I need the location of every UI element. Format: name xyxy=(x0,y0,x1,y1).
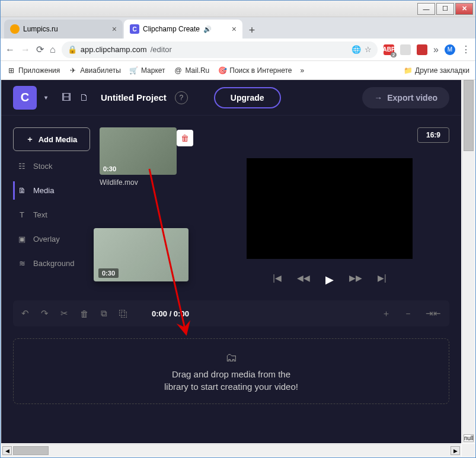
dropzone-text-2: library to start creating your video! xyxy=(25,382,437,392)
arrow-right-icon: → xyxy=(374,93,382,103)
file-icon[interactable]: 🗋 xyxy=(79,92,89,103)
timeline-time: 0:00 / 0:00 xyxy=(152,309,189,318)
tab-title: Clipchamp Create xyxy=(143,25,200,33)
bookmark-mailru[interactable]: @Mail.Ru xyxy=(174,66,210,75)
new-tab-button[interactable]: + xyxy=(244,22,260,39)
translate-icon[interactable]: 🌐 xyxy=(352,45,361,54)
video-icon[interactable]: 🎞 xyxy=(62,92,71,103)
home-icon[interactable]: ⌂ xyxy=(50,44,56,55)
trash-icon: 🗑 xyxy=(181,133,189,143)
at-icon: @ xyxy=(174,66,183,75)
sidebar: ＋Add Media ☷Stock 🗎Media TText ▣Overlay … xyxy=(13,127,90,286)
cut-icon[interactable]: ✂ xyxy=(60,308,68,319)
bookmark-aviasales[interactable]: ✈Авиабилеты xyxy=(68,66,121,75)
duplicate-icon[interactable]: ⧉ xyxy=(101,308,107,319)
extension-icon[interactable] xyxy=(400,44,411,55)
bookmark-apps[interactable]: ⊞Приложения xyxy=(7,66,60,75)
tab-title: Lumpics.ru xyxy=(23,25,58,33)
sidebar-item-text[interactable]: TText xyxy=(13,206,90,224)
window-maximize-button[interactable] xyxy=(436,3,454,15)
bookmarks-bar: ⊞Приложения ✈Авиабилеты 🛒Маркет @Mail.Ru… xyxy=(1,61,475,80)
vertical-scrollbar[interactable]: null xyxy=(462,80,475,443)
url-input[interactable]: 🔒 app.clipchamp.com/editor 🌐 ☆ xyxy=(62,41,378,58)
media-thumbnail[interactable]: 🗑 0:30 xyxy=(100,127,177,175)
app-topbar: C▾ 🎞 🗋 Untitled Project ? Upgrade →Expor… xyxy=(1,80,461,116)
media-filename: Wildlife.mov xyxy=(100,178,200,187)
app-logo[interactable]: C▾ xyxy=(13,86,37,110)
null-label: null xyxy=(464,434,474,442)
copy-icon[interactable]: ⿻ xyxy=(119,309,128,319)
lock-icon: 🔒 xyxy=(68,45,77,54)
sidebar-item-stock[interactable]: ☷Stock xyxy=(13,157,90,175)
box-icon: ☷ xyxy=(17,162,27,171)
reload-icon[interactable]: ⟳ xyxy=(36,44,44,55)
plus-icon: ＋ xyxy=(26,134,34,145)
tab-close-icon[interactable]: × xyxy=(112,24,117,34)
tab-audio-icon[interactable]: 🔊 xyxy=(203,25,212,33)
media-duration: 0:30 xyxy=(98,268,119,278)
aspect-ratio-button[interactable]: 16:9 xyxy=(417,127,449,143)
forward-icon[interactable]: ▶▶ xyxy=(349,273,362,286)
window-minimize-button[interactable] xyxy=(417,3,435,15)
drag-ghost-thumbnail: 0:30 xyxy=(94,228,189,281)
dropzone-text-1: Drag and drop media from the xyxy=(25,369,437,379)
skip-start-icon[interactable]: |◀ xyxy=(273,273,282,286)
skip-end-icon[interactable]: ▶| xyxy=(378,273,386,286)
bookmarks-overflow[interactable]: » xyxy=(300,66,304,75)
forward-icon[interactable]: → xyxy=(21,44,30,55)
scroll-right-icon[interactable]: ▶ xyxy=(451,446,460,455)
overlay-icon: ▣ xyxy=(17,235,27,244)
undo-icon[interactable]: ↶ xyxy=(21,308,29,319)
scroll-corner xyxy=(462,444,475,457)
profile-avatar[interactable]: M xyxy=(445,44,455,55)
upgrade-button[interactable]: Upgrade xyxy=(214,87,281,108)
browser-tabbar: Lumpics.ru × C Clipchamp Create 🔊 × + xyxy=(1,17,475,39)
preview-area: 16:9 |◀ ◀◀ ▶ ▶▶ ▶| xyxy=(210,127,449,286)
tab-close-icon[interactable]: × xyxy=(232,24,237,34)
bookmark-other[interactable]: 📁Другие закладки xyxy=(403,66,469,75)
export-button[interactable]: →Export video xyxy=(362,87,449,108)
horizontal-scrollbar[interactable]: ◀ ▶ xyxy=(1,444,461,457)
scrollbar-thumb[interactable] xyxy=(13,446,49,455)
bookmark-search[interactable]: 🎯Поиск в Интернете xyxy=(218,66,292,75)
tab-clipchamp[interactable]: C Clipchamp Create 🔊 × xyxy=(124,20,242,39)
redo-icon[interactable]: ↷ xyxy=(41,308,49,319)
cart-icon: 🛒 xyxy=(129,66,139,75)
window-titlebar xyxy=(1,1,475,17)
fit-icon[interactable]: ⇥⇤ xyxy=(426,308,441,319)
url-domain: app.clipchamp.com xyxy=(81,45,147,54)
target-icon: 🎯 xyxy=(218,66,227,75)
extension-abp-icon[interactable]: ABP2 xyxy=(384,44,394,55)
tab-lumpics[interactable]: Lumpics.ru × xyxy=(4,20,123,39)
play-icon[interactable]: ▶ xyxy=(325,273,334,286)
plane-icon: ✈ xyxy=(68,66,78,75)
rewind-icon[interactable]: ◀◀ xyxy=(297,273,310,286)
add-media-button[interactable]: ＋Add Media xyxy=(13,127,90,151)
timeline-dropzone[interactable]: 🗂 Drag and drop media from the library t… xyxy=(13,338,449,404)
extension-pdf-icon[interactable] xyxy=(417,44,427,55)
page-icon: 🗎 xyxy=(17,186,27,195)
chevron-down-icon: ▾ xyxy=(44,94,47,101)
window-close-button[interactable] xyxy=(455,3,473,15)
media-cards-icon: 🗂 xyxy=(25,351,437,364)
favicon-icon: C xyxy=(130,24,139,34)
timeline-toolbar: ↶ ↷ ✂ 🗑 ⧉ ⿻ 0:00 / 0:00 ＋ － ⇥⇤ xyxy=(13,300,449,326)
folder-icon: 📁 xyxy=(403,66,413,75)
scroll-left-icon[interactable]: ◀ xyxy=(2,446,12,455)
delete-media-button[interactable]: 🗑 xyxy=(177,130,193,146)
menu-icon[interactable]: ⋮ xyxy=(461,44,471,55)
sidebar-item-overlay[interactable]: ▣Overlay xyxy=(13,230,90,248)
delete-icon[interactable]: 🗑 xyxy=(80,309,89,319)
scrollbar-thumb[interactable] xyxy=(464,80,474,151)
favorite-icon[interactable]: ☆ xyxy=(365,45,372,54)
extensions-overflow-icon[interactable]: » xyxy=(433,44,439,55)
sidebar-item-background[interactable]: ≋Background xyxy=(13,254,90,273)
video-preview[interactable] xyxy=(247,158,413,259)
bookmark-market[interactable]: 🛒Маркет xyxy=(129,66,165,75)
sidebar-item-media[interactable]: 🗎Media xyxy=(13,181,90,200)
zoom-in-icon[interactable]: ＋ xyxy=(382,308,391,319)
help-icon[interactable]: ? xyxy=(175,91,188,104)
back-icon[interactable]: ← xyxy=(5,44,15,55)
project-title[interactable]: Untitled Project xyxy=(101,92,167,103)
zoom-out-icon[interactable]: － xyxy=(404,308,413,319)
